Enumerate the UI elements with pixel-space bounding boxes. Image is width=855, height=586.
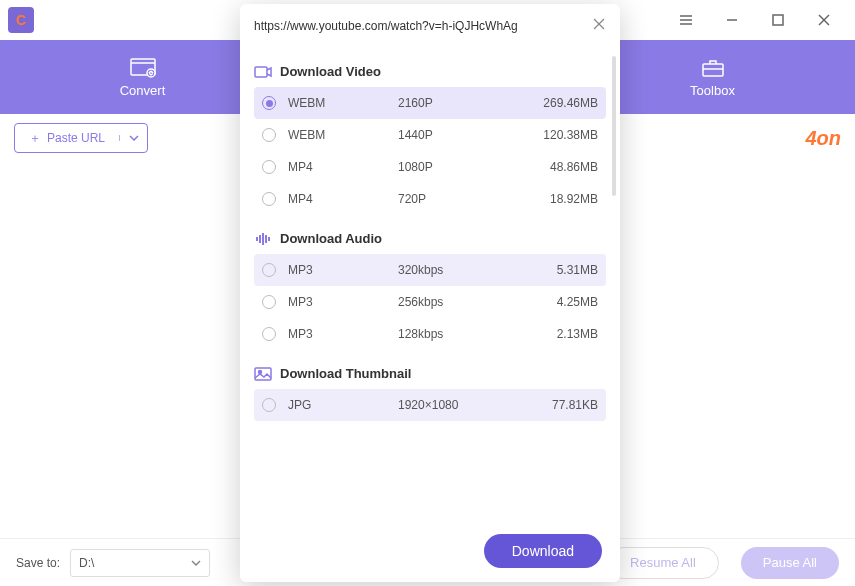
- option-size: 48.86MB: [550, 160, 598, 174]
- option-format: MP3: [288, 327, 398, 341]
- resume-all-button[interactable]: Resume All: [607, 547, 719, 579]
- download-option[interactable]: MP41080P48.86MB: [254, 151, 606, 183]
- option-quality: 128kbps: [398, 327, 508, 341]
- option-format: MP4: [288, 192, 398, 206]
- radio-icon: [262, 160, 276, 174]
- option-quality: 2160P: [398, 96, 508, 110]
- section-header-audio: Download Audio: [254, 223, 606, 254]
- audio-options-list: MP3320kbps5.31MBMP3256kbps4.25MBMP3128kb…: [254, 254, 606, 350]
- nav-convert[interactable]: Convert: [43, 57, 243, 98]
- plus-icon: ＋: [29, 130, 41, 147]
- video-icon: [254, 65, 272, 79]
- convert-icon: [129, 57, 157, 79]
- radio-icon: [262, 295, 276, 309]
- download-option[interactable]: WEBM2160P269.46MB: [254, 87, 606, 119]
- brand-tag: 4on: [805, 127, 841, 150]
- audio-icon: [254, 232, 272, 246]
- svg-rect-18: [265, 235, 267, 243]
- download-option[interactable]: MP3256kbps4.25MB: [254, 286, 606, 318]
- download-option[interactable]: WEBM1440P120.38MB: [254, 119, 606, 151]
- svg-rect-10: [703, 64, 723, 76]
- option-size: 18.92MB: [550, 192, 598, 206]
- svg-rect-4: [773, 15, 783, 25]
- download-button[interactable]: Download: [484, 534, 602, 568]
- dialog-footer: Download: [240, 520, 620, 582]
- download-option[interactable]: MP3320kbps5.31MB: [254, 254, 606, 286]
- svg-rect-14: [255, 67, 267, 77]
- svg-point-9: [147, 69, 155, 77]
- option-size: 2.13MB: [557, 327, 598, 341]
- svg-point-21: [259, 370, 262, 373]
- option-size: 77.81KB: [552, 398, 598, 412]
- option-size: 269.46MB: [543, 96, 598, 110]
- option-format: WEBM: [288, 128, 398, 142]
- url-input[interactable]: [254, 19, 584, 33]
- close-icon: [592, 17, 606, 31]
- dialog-body[interactable]: Download Video WEBM2160P269.46MBWEBM1440…: [240, 48, 620, 520]
- option-quality: 1080P: [398, 160, 508, 174]
- paste-url-button[interactable]: ＋ Paste URL: [14, 123, 148, 153]
- paste-url-dropdown[interactable]: [119, 135, 147, 141]
- maximize-icon[interactable]: [755, 0, 801, 40]
- chevron-down-icon: [191, 560, 201, 566]
- option-size: 5.31MB: [557, 263, 598, 277]
- chevron-down-icon: [129, 135, 139, 141]
- download-dialog: Download Video WEBM2160P269.46MBWEBM1440…: [240, 4, 620, 582]
- option-quality: 256kbps: [398, 295, 508, 309]
- svg-rect-17: [262, 233, 264, 245]
- dialog-close-button[interactable]: [592, 17, 606, 35]
- section-header-thumbnail: Download Thumbnail: [254, 358, 606, 389]
- image-icon: [254, 367, 272, 381]
- svg-rect-19: [268, 237, 270, 241]
- radio-icon: [262, 263, 276, 277]
- thumbnail-options-list: JPG1920×108077.81KB: [254, 389, 606, 421]
- section-title: Download Video: [280, 64, 381, 79]
- nav-convert-label: Convert: [120, 83, 166, 98]
- radio-icon: [262, 398, 276, 412]
- download-option[interactable]: JPG1920×108077.81KB: [254, 389, 606, 421]
- option-format: MP4: [288, 160, 398, 174]
- section-title: Download Thumbnail: [280, 366, 411, 381]
- option-format: WEBM: [288, 96, 398, 110]
- option-format: JPG: [288, 398, 398, 412]
- video-options-list: WEBM2160P269.46MBWEBM1440P120.38MBMP4108…: [254, 87, 606, 215]
- toolbox-icon: [699, 57, 727, 79]
- save-to-label: Save to:: [16, 556, 60, 570]
- svg-rect-15: [256, 237, 258, 241]
- option-quality: 1920×1080: [398, 398, 508, 412]
- option-quality: 720P: [398, 192, 508, 206]
- section-header-video: Download Video: [254, 56, 606, 87]
- paste-url-main[interactable]: ＋ Paste URL: [15, 130, 119, 147]
- radio-icon: [262, 128, 276, 142]
- close-icon[interactable]: [801, 0, 847, 40]
- svg-rect-16: [259, 235, 261, 243]
- nav-toolbox[interactable]: Toolbox: [613, 57, 813, 98]
- download-option[interactable]: MP4720P18.92MB: [254, 183, 606, 215]
- save-to-select[interactable]: D:\: [70, 549, 210, 577]
- scrollbar[interactable]: [612, 56, 616, 196]
- pause-all-button[interactable]: Pause All: [741, 547, 839, 579]
- svg-rect-20: [255, 368, 271, 380]
- option-quality: 320kbps: [398, 263, 508, 277]
- option-format: MP3: [288, 295, 398, 309]
- option-size: 4.25MB: [557, 295, 598, 309]
- download-option[interactable]: MP3128kbps2.13MB: [254, 318, 606, 350]
- section-title: Download Audio: [280, 231, 382, 246]
- paste-url-label: Paste URL: [47, 131, 105, 145]
- save-to-value: D:\: [79, 556, 94, 570]
- menu-icon[interactable]: [663, 0, 709, 40]
- option-format: MP3: [288, 263, 398, 277]
- app-logo: C: [8, 7, 34, 33]
- minimize-icon[interactable]: [709, 0, 755, 40]
- radio-icon: [262, 192, 276, 206]
- option-quality: 1440P: [398, 128, 508, 142]
- radio-icon: [262, 327, 276, 341]
- option-size: 120.38MB: [543, 128, 598, 142]
- radio-icon: [262, 96, 276, 110]
- nav-toolbox-label: Toolbox: [690, 83, 735, 98]
- dialog-header: [240, 4, 620, 48]
- window-controls: [663, 0, 847, 40]
